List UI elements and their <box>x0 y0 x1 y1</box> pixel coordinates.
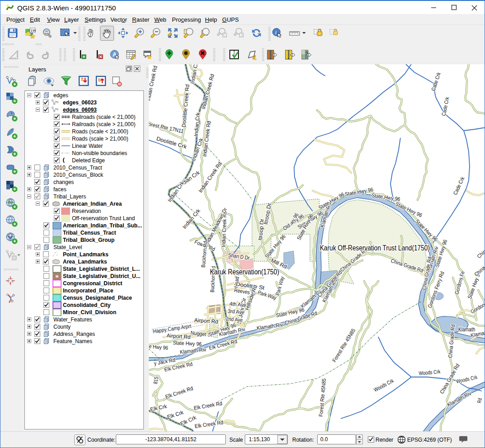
svg-text:orest Rte 17N11: orest Rte 17N11 <box>149 121 184 134</box>
svg-text:e Hwy 96: e Hwy 96 <box>149 343 168 351</box>
svg-text:Indian Creek Rd: Indian Creek Rd <box>149 65 158 102</box>
svg-text:Cade Crk: Cade Crk <box>430 71 442 91</box>
svg-text:Woods Crk: Woods Crk <box>373 377 395 393</box>
svg-text:Forest Rte 45N85: Forest Rte 45N85 <box>331 327 357 363</box>
svg-text:Airport Rd: Airport Rd <box>166 332 191 340</box>
svg-text:China Grade Rd: China Grade Rd <box>476 232 485 259</box>
svg-text:1W: 1W <box>31 28 36 33</box>
svg-text:Elk Creek Rd: Elk Creek Rd <box>194 419 223 429</box>
svg-text:Airport Rd: Airport Rd <box>194 317 219 325</box>
svg-text:Elk Creek Rd: Elk Creek Rd <box>193 400 223 411</box>
svg-text:Park Way: Park Way <box>257 289 277 301</box>
svg-text:Woods Crk: Woods Crk <box>418 368 441 377</box>
svg-text:Klamath Riv: Klamath Riv <box>180 346 206 355</box>
svg-text:Doolittle Creek Rd: Doolittle Creek Rd <box>181 84 190 127</box>
svg-text:Forest Rte 45N85: Forest Rte 45N85 <box>318 378 327 417</box>
svg-text:Karuk Off-Reservation Trust La: Karuk Off-Reservation Trust Land(1750) <box>320 244 430 252</box>
svg-text:China Gra: China Gra <box>473 259 485 278</box>
svg-text:815: 815 <box>152 376 160 384</box>
svg-text:Woods Crk: Woods Crk <box>456 374 478 385</box>
svg-text:Rd: Rd <box>476 398 483 404</box>
svg-text:State Hwy 96: State Hwy 96 <box>173 340 202 347</box>
svg-text:Indian Crk: Indian Crk <box>193 112 201 137</box>
svg-text:Klamath Riv: Klamath Riv <box>256 321 283 331</box>
svg-text:Elk Creek Rd: Elk Creek Rd <box>165 385 194 400</box>
svg-text:4th Ave: 4th Ave <box>229 301 247 308</box>
svg-text:Karuk Reservation(1750): Karuk Reservation(1750) <box>210 268 279 276</box>
svg-text:Elk Crk: Elk Crk <box>166 409 185 420</box>
svg-text:N: N <box>305 51 308 54</box>
svg-text:Cade Crk: Cade Crk <box>440 96 451 116</box>
svg-text:i: i <box>275 29 276 36</box>
